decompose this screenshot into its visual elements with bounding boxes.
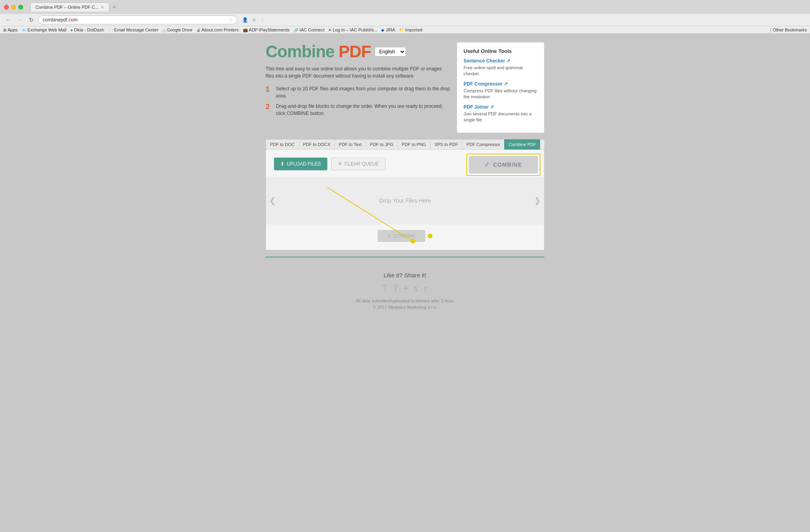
bookmark-iac-login-label: Log In – IAC Publishi... bbox=[333, 27, 377, 32]
bookmark-gdrive-label: Google Drive bbox=[167, 27, 192, 32]
adp-icon: 💼 bbox=[243, 28, 248, 32]
tab-combine-pdf[interactable]: Combine PDF bbox=[504, 139, 540, 150]
bookmarks-bar: ⊞ Apps 📧 Exchange Web Mail ● Okta - DotD… bbox=[0, 26, 810, 34]
bookmark-adp[interactable]: 💼 ADP iPayStatements bbox=[243, 27, 290, 32]
bookmark-jira[interactable]: ◆ JIRA bbox=[381, 27, 395, 32]
extension-icon: ⊕ bbox=[252, 17, 256, 23]
share-section: Like it? Share it! 𝕋 𝕗 + 𝕤 𝕣 All data su… bbox=[266, 264, 544, 314]
page-wrapper: Combine PDF English French German Spanis… bbox=[0, 34, 810, 322]
bookmark-apps[interactable]: ⊞ Apps bbox=[3, 27, 18, 32]
address-bar[interactable]: combinepdf.com ☆ bbox=[38, 16, 237, 24]
gdrive-icon: △ bbox=[162, 28, 166, 32]
bookmark-gdrive[interactable]: △ Google Drive bbox=[162, 27, 192, 32]
bookmark-star-icon[interactable]: ☆ bbox=[229, 17, 233, 23]
sentence-checker-label: Sentence Checker bbox=[464, 58, 505, 64]
traffic-lights bbox=[4, 5, 23, 10]
combine-bottom-label: COMBINE bbox=[393, 233, 416, 239]
pdf-joiner-desc: Join several PDF documents into a single… bbox=[464, 111, 538, 123]
language-select[interactable]: English French German Spanish bbox=[375, 47, 406, 57]
combine-highlight-wrapper: ✓ COMBINE bbox=[466, 154, 540, 176]
combine-bottom-button[interactable]: ✓ COMBINE bbox=[378, 230, 425, 242]
pdf-joiner-icon: ↗ bbox=[490, 104, 494, 110]
reload-button[interactable]: ↻ bbox=[27, 16, 36, 24]
combine-highlight-box: ✓ COMBINE bbox=[466, 154, 540, 176]
combine-main-button[interactable]: ✓ COMBINE bbox=[469, 156, 538, 173]
tab-close-icon[interactable]: ✕ bbox=[101, 5, 104, 10]
combine-main-label: COMBINE bbox=[493, 162, 522, 168]
bookmark-other[interactable]: 📑 Other Bookmarks bbox=[767, 27, 807, 32]
clear-queue-button[interactable]: ✕ CLEAR QUEUE bbox=[331, 158, 385, 170]
iac-connect-icon: 🔗 bbox=[293, 28, 298, 32]
bookmark-iac-connect[interactable]: 🔗 IAC Connect bbox=[293, 27, 324, 32]
tab-pdf-to-text[interactable]: PDF to Text bbox=[335, 139, 366, 150]
pdf-compressor-label: PDF Compressor bbox=[464, 81, 503, 87]
tab-pdf-compressor[interactable]: PDF Compressor bbox=[462, 139, 504, 150]
bookmark-email-center[interactable]: 📨 Email Message Center bbox=[108, 27, 158, 32]
imported-icon: 📁 bbox=[399, 28, 404, 32]
left-arrow-icon[interactable]: ❮ bbox=[269, 196, 276, 205]
bookmark-email-center-label: Email Message Center bbox=[114, 27, 158, 32]
maximize-button[interactable] bbox=[18, 5, 23, 10]
pdf-joiner-link[interactable]: PDF Joiner ↗ bbox=[464, 104, 538, 110]
right-arrow-icon[interactable]: ❯ bbox=[534, 196, 541, 205]
drop-zone[interactable]: ❮ ❯ Drop Your Files Here bbox=[266, 177, 544, 224]
sentence-checker-icon: ↗ bbox=[506, 58, 510, 64]
footer-note: All data submitted/uploaded is deleted a… bbox=[266, 298, 544, 303]
tab-pdf-to-jpg[interactable]: PDF to JPG bbox=[366, 139, 397, 150]
logo-combine-text: Combine bbox=[266, 42, 335, 61]
bookmark-printers-label: About.com Printers bbox=[202, 27, 239, 32]
exchange-icon: 📧 bbox=[22, 28, 26, 32]
drop-zone-arrows: ❮ ❯ bbox=[266, 196, 544, 205]
bookmark-okta-label: Okta - DotDash bbox=[74, 27, 104, 32]
tab-pdf-to-png[interactable]: PDF to PNG bbox=[397, 139, 430, 150]
step-1-text: Select up to 20 PDF files and images fro… bbox=[276, 85, 450, 99]
instruction-1: 1 Select up to 20 PDF files and images f… bbox=[266, 85, 450, 99]
bookmark-iac-login[interactable]: ✕ Log In – IAC Publishi... bbox=[328, 27, 377, 32]
tab-pdf-to-docx[interactable]: PDF to DOCX bbox=[299, 139, 335, 150]
bookmark-imported[interactable]: 📁 Imported bbox=[399, 27, 422, 32]
title-bar: Combine PDF – Online PDF C... ✕ + bbox=[0, 0, 810, 14]
forward-button[interactable]: → bbox=[15, 16, 25, 24]
upload-icon: ⬆ bbox=[280, 161, 284, 167]
clear-icon: ✕ bbox=[338, 161, 342, 167]
bookmark-adp-label: ADP iPayStatements bbox=[249, 27, 290, 32]
page-content: Combine PDF English French German Spanis… bbox=[266, 42, 544, 314]
facebook-share-icon[interactable]: 𝕗 bbox=[394, 283, 398, 294]
stumbleupon-share-icon[interactable]: 𝕤 bbox=[414, 283, 418, 294]
share-icons: 𝕋 𝕗 + 𝕤 𝕣 bbox=[266, 283, 544, 294]
bookmark-jira-label: JIRA bbox=[385, 27, 395, 32]
step-2-number: 2 bbox=[266, 103, 272, 111]
step-2-text: Drag-and-drop file blocks to change the … bbox=[276, 103, 450, 117]
tool-area-wrapper: ⬆ UPLOAD FILES ✕ CLEAR QUEUE ❮ ❯ Drop Yo… bbox=[266, 150, 544, 250]
tab-xps-to-pdf[interactable]: XPS to PDF bbox=[430, 139, 462, 150]
tools-panel: Useful Online Tools Sentence Checker ↗ F… bbox=[457, 42, 544, 133]
apps-icon: ⊞ bbox=[3, 28, 6, 32]
bookmark-okta[interactable]: ● Okta - DotDash bbox=[70, 27, 104, 32]
googleplus-share-icon[interactable]: + bbox=[403, 283, 409, 294]
tab-bar: Combine PDF – Online PDF C... ✕ + bbox=[26, 2, 806, 12]
logo-area: Combine PDF English French German Spanis… bbox=[266, 42, 450, 123]
tab-jpg-to-pdf[interactable]: JPG to PDF bbox=[540, 139, 544, 150]
back-button[interactable]: ← bbox=[3, 16, 13, 24]
pdf-compressor-link[interactable]: PDF Compressor ↗ bbox=[464, 81, 538, 87]
step-1-number: 1 bbox=[266, 85, 272, 94]
close-button[interactable] bbox=[4, 5, 9, 10]
reddit-share-icon[interactable]: 𝕣 bbox=[424, 283, 428, 294]
logo-pdf-text: PDF bbox=[338, 42, 371, 61]
browser-tab[interactable]: Combine PDF – Online PDF C... ✕ bbox=[30, 2, 109, 12]
iac-login-icon: ✕ bbox=[328, 28, 331, 32]
tab-title: Combine PDF – Online PDF C... bbox=[35, 5, 98, 10]
new-tab-button[interactable]: + bbox=[112, 4, 116, 11]
tab-pdf-to-doc[interactable]: PDF to DOC bbox=[266, 139, 299, 150]
bookmark-exchange[interactable]: 📧 Exchange Web Mail bbox=[22, 27, 67, 32]
twitter-share-icon[interactable]: 𝕋 bbox=[382, 283, 388, 294]
sentence-checker-link[interactable]: Sentence Checker ↗ bbox=[464, 58, 538, 64]
okta-icon: ● bbox=[70, 28, 73, 32]
nav-bar: ← → ↻ combinepdf.com ☆ 👤 ⊕ ⋮ bbox=[0, 14, 810, 26]
other-bookmarks-icon: 📑 bbox=[767, 28, 771, 32]
settings-icon: ⋮ bbox=[260, 17, 265, 23]
bookmark-printers[interactable]: 🖨 About.com Printers bbox=[196, 27, 239, 32]
minimize-button[interactable] bbox=[11, 5, 16, 10]
share-title: Like it? Share it! bbox=[266, 272, 544, 279]
upload-files-button[interactable]: ⬆ UPLOAD FILES bbox=[274, 158, 327, 170]
